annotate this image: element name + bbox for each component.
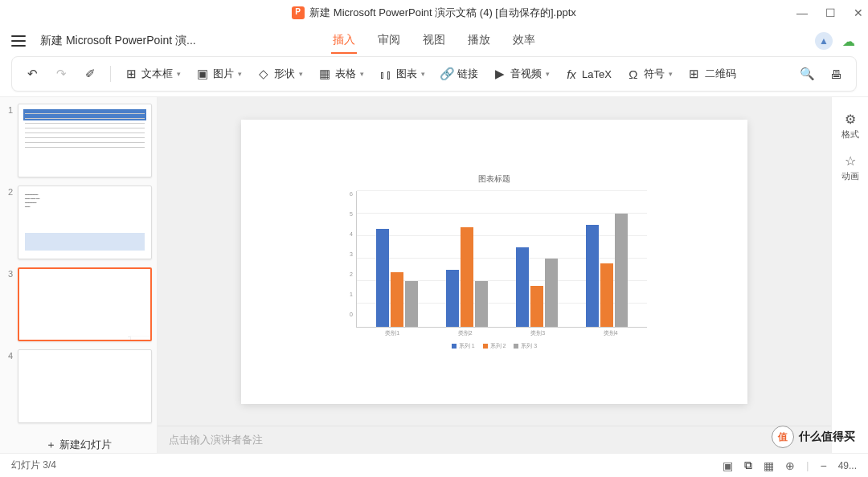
document-tab-name[interactable]: 新建 Microsoft PowerPoint 演... <box>40 34 196 48</box>
chart-button[interactable]: ⫾⫿图表▾ <box>374 63 430 85</box>
shape-button[interactable]: ◇形状▾ <box>252 63 308 85</box>
thumb-num: 4 <box>5 349 13 361</box>
divider: | <box>806 460 809 471</box>
bar <box>446 270 459 326</box>
speaker-notes[interactable]: 点击输入演讲者备注 <box>158 426 831 453</box>
new-slide-button[interactable]: ＋新建幻灯片 <box>18 431 139 453</box>
tab-插入[interactable]: 插入 <box>331 28 357 54</box>
search-button[interactable]: 🔍 <box>795 63 819 85</box>
format-pane-button[interactable]: ⚙格式 <box>832 105 868 147</box>
slideshow-button[interactable]: ▦ <box>764 459 774 472</box>
textbox-button[interactable]: ⊞文本框▾ <box>119 63 186 85</box>
qrcode-button[interactable]: ⊞二维码 <box>682 63 741 85</box>
bar <box>405 281 418 326</box>
watermark: 值什么值得买 <box>772 426 855 448</box>
bar <box>475 281 488 326</box>
chart-title: 图表标题 <box>126 331 152 334</box>
tab-审阅[interactable]: 审阅 <box>376 28 402 54</box>
tab-效率[interactable]: 效率 <box>511 28 537 54</box>
slide-thumb-3[interactable]: 图表标题 0123456类别1类别2类别3类别4系列 1系列 2系列 3 <box>18 267 152 341</box>
undo-button[interactable]: ↶ <box>20 63 44 85</box>
normal-view-button[interactable]: ⧉ <box>744 459 752 472</box>
symbol-button[interactable]: Ω符号▾ <box>621 63 678 85</box>
thumb-num: 2 <box>5 186 13 197</box>
format-painter-button[interactable]: ✐ <box>78 63 102 85</box>
cloud-sync-icon[interactable]: ☁ <box>842 34 855 49</box>
bar <box>615 214 628 327</box>
reading-view-button[interactable]: ▣ <box>723 459 733 472</box>
zoom-out-button[interactable]: − <box>820 459 826 472</box>
bar <box>461 227 473 327</box>
image-button[interactable]: ▣图片▾ <box>190 63 247 85</box>
window-title: 新建 Microsoft PowerPoint 演示文稿 (4) [自动保存的]… <box>309 6 576 20</box>
redo-button[interactable]: ↷ <box>49 63 73 85</box>
slide-counter: 幻灯片 3/4 <box>11 459 56 472</box>
chart-object[interactable]: 图表标题 0123456类别1类别2类别3类别4系列 1系列 2系列 3 <box>342 173 647 350</box>
close-button[interactable]: ✕ <box>854 6 863 19</box>
table-button[interactable]: ▦表格▾ <box>313 63 369 85</box>
slide-canvas[interactable]: 图表标题 0123456类别1类别2类别3类别4系列 1系列 2系列 3 <box>241 120 747 404</box>
media-button[interactable]: ▶音视频▾ <box>488 63 555 85</box>
link-button[interactable]: 🔗链接 <box>435 63 483 85</box>
chart-title: 图表标题 <box>342 173 647 185</box>
slide-thumb-1[interactable] <box>18 104 152 177</box>
bar <box>516 247 529 327</box>
slide-thumb-4[interactable] <box>18 349 152 423</box>
bar <box>391 272 403 327</box>
minimize-button[interactable]: — <box>796 6 808 19</box>
bar <box>530 286 543 327</box>
web-button[interactable]: ⊕ <box>785 459 795 472</box>
file-icon <box>292 6 305 19</box>
thumb-num: 1 <box>5 104 13 115</box>
latex-button[interactable]: fxLaTeX <box>559 63 616 85</box>
tab-播放[interactable]: 播放 <box>466 28 492 54</box>
thumb-num: 3 <box>5 267 13 279</box>
bar <box>376 229 389 326</box>
bar <box>545 259 558 327</box>
bar <box>586 225 599 327</box>
hamburger-menu[interactable] <box>11 35 26 47</box>
tab-视图[interactable]: 视图 <box>421 28 447 54</box>
animation-pane-button[interactable]: ☆动画 <box>832 147 868 189</box>
user-avatar[interactable]: ▲ <box>815 32 833 50</box>
zoom-level[interactable]: 49... <box>838 460 857 471</box>
print-button[interactable]: 🖶 <box>824 63 848 85</box>
slide-thumb-2[interactable]: ━━━━━━━━━━━ ━━━ ━━━━━━━━━━━━ <box>18 186 152 259</box>
bar <box>600 263 613 327</box>
maximize-button[interactable]: ☐ <box>825 6 836 19</box>
